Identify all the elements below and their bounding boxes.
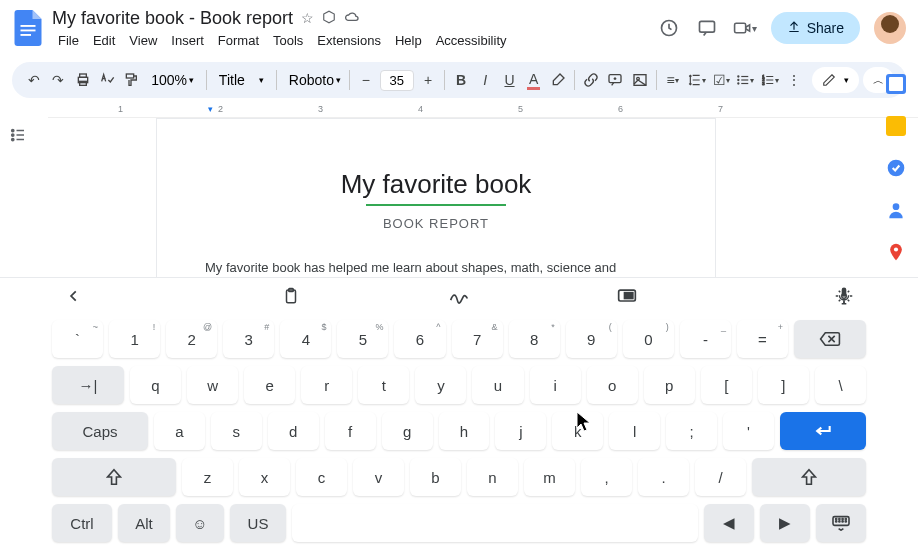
insert-image-button[interactable] (629, 67, 649, 93)
key-alt[interactable]: Alt (118, 504, 170, 542)
key-i[interactable]: i (530, 366, 581, 404)
key-k[interactable]: k (552, 412, 603, 450)
underline-button[interactable]: U (499, 67, 519, 93)
key-space[interactable] (292, 504, 698, 542)
key-9[interactable]: (9 (566, 320, 617, 358)
key-u[interactable]: u (472, 366, 523, 404)
key-h[interactable]: h (439, 412, 490, 450)
key-s[interactable]: s (211, 412, 262, 450)
zoom-dropdown[interactable]: 100% ▾ (145, 70, 200, 90)
microphone-icon[interactable] (830, 282, 858, 310)
font-dropdown[interactable]: Roboto ▾ (283, 70, 343, 90)
link-button[interactable] (581, 67, 601, 93)
key-emoji[interactable]: ☺ (176, 504, 224, 542)
key-shift-right[interactable] (752, 458, 866, 496)
menu-tools[interactable]: Tools (267, 31, 309, 50)
key-tab[interactable]: →| (52, 366, 124, 404)
redo-button[interactable]: ↷ (48, 67, 68, 93)
editing-mode-button[interactable]: ▾ (812, 67, 859, 93)
key-o[interactable]: o (587, 366, 638, 404)
key--[interactable]: _- (680, 320, 731, 358)
share-button[interactable]: Share (771, 12, 860, 44)
key-arrow-right[interactable]: ▶ (760, 504, 810, 542)
history-icon[interactable] (657, 16, 681, 40)
docs-logo[interactable] (12, 8, 44, 48)
key-2[interactable]: @2 (166, 320, 217, 358)
contacts-icon[interactable] (886, 200, 906, 220)
menu-edit[interactable]: Edit (87, 31, 121, 50)
print-button[interactable] (73, 67, 93, 93)
star-icon[interactable]: ☆ (301, 10, 314, 27)
ruler[interactable]: 1 ▾ 2 3 4 5 6 7 (48, 102, 918, 118)
key-arrow-left[interactable]: ◀ (704, 504, 754, 542)
key-c[interactable]: c (296, 458, 347, 496)
key-z[interactable]: z (182, 458, 233, 496)
key-caps[interactable]: Caps (52, 412, 148, 450)
key-shift-left[interactable] (52, 458, 176, 496)
page-title[interactable]: My favorite book (205, 169, 667, 200)
checklist-button[interactable]: ☑ ▾ (711, 67, 731, 93)
keep-icon[interactable] (886, 116, 906, 136)
key-q[interactable]: q (130, 366, 181, 404)
key-r[interactable]: r (301, 366, 352, 404)
keyboard-back-button[interactable] (60, 282, 88, 310)
key-p[interactable]: p (644, 366, 695, 404)
menu-help[interactable]: Help (389, 31, 428, 50)
floating-keyboard-icon[interactable] (613, 282, 641, 310)
meet-icon[interactable]: ▾ (733, 16, 757, 40)
key-[[interactable]: [ (701, 366, 752, 404)
key-hide-keyboard[interactable] (816, 504, 866, 542)
key-enter[interactable] (780, 412, 866, 450)
key-6[interactable]: ^6 (394, 320, 445, 358)
undo-button[interactable]: ↶ (24, 67, 44, 93)
calendar-icon[interactable] (886, 74, 906, 94)
menu-accessibility[interactable]: Accessibility (430, 31, 513, 50)
key-4[interactable]: $4 (280, 320, 331, 358)
ruler-indent-marker[interactable]: ▾ (208, 104, 213, 114)
key-/[interactable]: / (695, 458, 746, 496)
move-icon[interactable] (322, 10, 336, 27)
menu-format[interactable]: Format (212, 31, 265, 50)
outline-toggle-button[interactable] (0, 118, 36, 298)
key-.[interactable]: . (638, 458, 689, 496)
maps-icon[interactable] (886, 242, 906, 262)
more-options-button[interactable]: ⋮ (784, 67, 804, 93)
key-t[interactable]: t (358, 366, 409, 404)
key-3[interactable]: #3 (223, 320, 274, 358)
page-subtitle[interactable]: BOOK REPORT (205, 216, 667, 231)
key-;[interactable]: ; (666, 412, 717, 450)
numbered-list-button[interactable]: 123 ▾ (759, 67, 779, 93)
text-color-button[interactable]: A (524, 67, 544, 93)
key-w[interactable]: w (187, 366, 238, 404)
font-size-input[interactable] (380, 70, 414, 91)
key-,[interactable]: , (581, 458, 632, 496)
key-7[interactable]: &7 (452, 320, 503, 358)
key-5[interactable]: %5 (337, 320, 388, 358)
key-d[interactable]: d (268, 412, 319, 450)
comments-icon[interactable] (695, 16, 719, 40)
user-avatar[interactable] (874, 12, 906, 44)
key-m[interactable]: m (524, 458, 575, 496)
key-y[interactable]: y (415, 366, 466, 404)
key-n[interactable]: n (467, 458, 518, 496)
paint-format-button[interactable] (121, 67, 141, 93)
menu-extensions[interactable]: Extensions (311, 31, 387, 50)
document-page[interactable]: My favorite book BOOK REPORT My favorite… (156, 118, 716, 298)
key-f[interactable]: f (325, 412, 376, 450)
menu-view[interactable]: View (123, 31, 163, 50)
handwriting-icon[interactable] (445, 282, 473, 310)
key-l[interactable]: l (609, 412, 660, 450)
key-v[interactable]: v (353, 458, 404, 496)
key-language[interactable]: US (230, 504, 286, 542)
key-b[interactable]: b (410, 458, 461, 496)
key-0[interactable]: )0 (623, 320, 674, 358)
key-backspace[interactable] (794, 320, 866, 358)
key-j[interactable]: j (495, 412, 546, 450)
increase-font-button[interactable]: + (418, 67, 438, 93)
style-dropdown[interactable]: Title ▾ (213, 70, 270, 90)
menu-insert[interactable]: Insert (165, 31, 210, 50)
clipboard-icon[interactable] (277, 282, 305, 310)
decrease-font-button[interactable]: − (356, 67, 376, 93)
add-comment-button[interactable] (605, 67, 625, 93)
key-\[interactable]: \ (815, 366, 866, 404)
